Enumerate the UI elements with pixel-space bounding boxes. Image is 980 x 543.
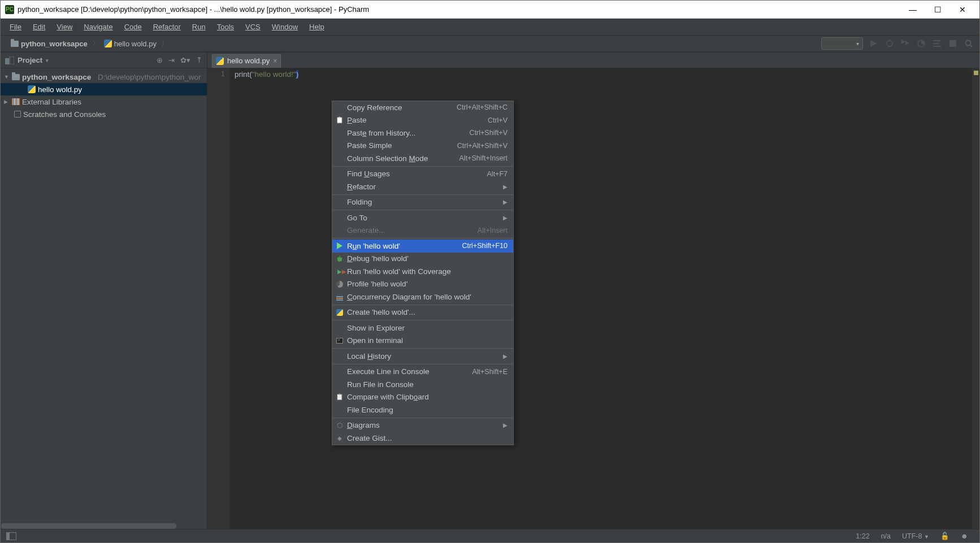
svg-point-11 <box>966 41 971 46</box>
hide-tool-icon[interactable]: ⤒ <box>196 56 202 64</box>
tree-external-label: External Libraries <box>22 98 81 106</box>
context-menu-item[interactable]: Concurrency Diagram for 'hello wold' <box>332 290 513 303</box>
menu-tools[interactable]: Tools <box>211 20 240 33</box>
expander-icon[interactable]: ▶ <box>4 99 10 105</box>
context-menu-item[interactable]: Execute Line in ConsoleAlt+Shift+E <box>332 366 513 379</box>
context-menu-item[interactable]: Refactor▶ <box>332 180 513 193</box>
settings-gear-icon[interactable]: ✿▾ <box>180 56 190 64</box>
context-menu-label: Run 'hello wold' with Coverage <box>347 267 508 276</box>
context-menu-label: Run 'hello wold' <box>347 242 462 250</box>
context-menu-item[interactable]: Run File in Console <box>332 378 513 391</box>
diagram-icon <box>336 422 344 429</box>
context-menu-label: Concurrency Diagram for 'hello wold' <box>347 293 508 301</box>
breadcrumb-file[interactable]: hello wold.py <box>99 38 161 49</box>
tree-external-libraries[interactable]: ▶ External Libraries <box>1 95 207 108</box>
tree-file-selected[interactable]: hello wold.py <box>1 83 207 95</box>
menu-file[interactable]: File <box>4 20 27 33</box>
coverage-button-icon[interactable] <box>900 38 910 49</box>
context-menu-item[interactable]: Column Selection ModeAlt+Shift+Insert <box>332 152 513 165</box>
status-inspections-icon[interactable]: ☻ <box>955 532 974 540</box>
context-menu-item[interactable]: Find UsagesAlt+F7 <box>332 168 513 181</box>
menu-vcs[interactable]: VCS <box>240 20 266 33</box>
sidebar-horizontal-scrollbar[interactable] <box>1 523 207 529</box>
scroll-from-source-icon[interactable]: ⊕ <box>157 56 163 64</box>
svg-rect-13 <box>5 58 9 64</box>
context-menu-label: Paste from History... <box>347 129 470 137</box>
context-menu-item[interactable]: Copy ReferenceCtrl+Alt+Shift+C <box>332 101 513 114</box>
libraries-icon <box>12 98 20 105</box>
debug-button-icon[interactable] <box>884 38 895 49</box>
breadcrumb-project[interactable]: python_worksapce <box>6 38 92 49</box>
editor-right-gutter <box>972 68 979 529</box>
inspection-indicator-icon[interactable] <box>974 71 978 75</box>
context-menu-item[interactable]: File Encoding <box>332 403 513 416</box>
svg-rect-7 <box>933 40 941 41</box>
svg-rect-9 <box>933 46 941 47</box>
menu-view[interactable]: View <box>51 20 78 33</box>
svg-rect-14 <box>10 57 14 64</box>
context-menu-item[interactable]: Local History▶ <box>332 350 513 363</box>
search-everywhere-icon[interactable] <box>964 38 974 49</box>
profile-button-icon[interactable] <box>916 38 926 49</box>
editor-context-menu: Copy ReferenceCtrl+Alt+Shift+CPasteCtrl+… <box>332 101 514 445</box>
close-tab-icon[interactable]: × <box>273 57 277 65</box>
concurrency-button-icon[interactable] <box>932 38 942 49</box>
folder-icon <box>12 74 20 80</box>
stop-button-icon[interactable] <box>948 38 958 49</box>
editor-tab-active[interactable]: hello wold.py × <box>211 53 282 68</box>
project-tool-title[interactable]: Project <box>18 56 157 64</box>
run-button-icon[interactable] <box>869 38 879 49</box>
status-encoding[interactable]: UTF-8 ▼ <box>896 532 935 540</box>
maximize-button[interactable]: ☐ <box>932 5 943 14</box>
context-menu-label: Refactor <box>347 183 503 191</box>
editor-gutter[interactable]: 1 <box>207 68 230 529</box>
collapse-all-icon[interactable]: ⇥ <box>168 56 175 64</box>
menu-help[interactable]: Help <box>303 20 330 33</box>
context-menu-item[interactable]: Folding▶ <box>332 196 513 209</box>
context-menu-item[interactable]: Profile 'hello wold' <box>332 278 513 291</box>
run-config-combo[interactable] <box>821 37 863 50</box>
context-menu-item[interactable]: Run 'hello wold' with Coverage <box>332 265 513 278</box>
context-menu-item[interactable]: Create Gist... <box>332 432 513 445</box>
context-menu-item[interactable]: Show in Explorer <box>332 322 513 335</box>
menu-edit[interactable]: Edit <box>27 20 51 33</box>
context-menu-item[interactable]: Open in terminal <box>332 335 513 347</box>
context-menu-item[interactable]: Debug 'hello wold' <box>332 253 513 266</box>
context-menu-item[interactable]: PasteCtrl+V <box>332 114 513 127</box>
context-menu-item[interactable]: Compare with Clipboard <box>332 391 513 404</box>
concurrency-icon <box>336 293 344 301</box>
context-menu-item[interactable]: Paste from History...Ctrl+Shift+V <box>332 127 513 140</box>
python-file-icon <box>28 85 36 93</box>
close-button[interactable]: ✕ <box>957 5 968 14</box>
menu-run[interactable]: Run <box>187 20 211 33</box>
context-menu-label: Paste Simple <box>347 141 457 150</box>
expander-icon[interactable]: ▼ <box>4 74 10 80</box>
tree-root-name: python_worksapce <box>22 73 91 81</box>
tree-scratches[interactable]: Scratches and Consoles <box>1 108 207 120</box>
menu-navigate[interactable]: Navigate <box>78 20 118 33</box>
status-line-separator[interactable]: n/a <box>875 532 896 540</box>
context-menu-item[interactable]: Paste SimpleCtrl+Alt+Shift+V <box>332 140 513 153</box>
breadcrumb-file-label: hello wold.py <box>114 40 157 48</box>
status-readonly-icon[interactable]: 🔓 <box>935 532 955 540</box>
context-menu-item[interactable]: Run 'hello wold'Ctrl+Shift+F10 <box>332 240 513 253</box>
context-menu-item[interactable]: Diagrams▶ <box>332 419 513 432</box>
project-tree: ▼ python_worksapce D:\develop\python\pyt… <box>1 68 207 123</box>
status-bar: 1:22 n/a UTF-8 ▼ 🔓 ☻ <box>1 529 979 542</box>
context-menu-item[interactable]: Go To▶ <box>332 211 513 224</box>
context-menu-label: Profile 'hello wold' <box>347 280 508 288</box>
tree-root[interactable]: ▼ python_worksapce D:\develop\python\pyt… <box>1 71 207 83</box>
window-titlebar: PC python_worksapce [D:\develop\python\p… <box>1 1 979 19</box>
menu-window[interactable]: Window <box>266 20 303 33</box>
context-menu-label: Local History <box>347 352 503 360</box>
context-menu-item[interactable]: Create 'hello wold'... <box>332 306 513 319</box>
context-menu-label: Diagrams <box>347 421 503 429</box>
tool-windows-quick-access-icon[interactable] <box>6 532 16 540</box>
breadcrumb-project-label: python_worksapce <box>21 40 88 48</box>
minimize-button[interactable]: — <box>907 5 918 14</box>
menu-code[interactable]: Code <box>119 20 148 33</box>
menu-refactor[interactable]: Refactor <box>148 20 187 33</box>
status-caret-position[interactable]: 1:22 <box>850 532 875 540</box>
scrollbar-thumb[interactable] <box>1 523 176 529</box>
context-menu-shortcut: Alt+F7 <box>487 170 508 178</box>
